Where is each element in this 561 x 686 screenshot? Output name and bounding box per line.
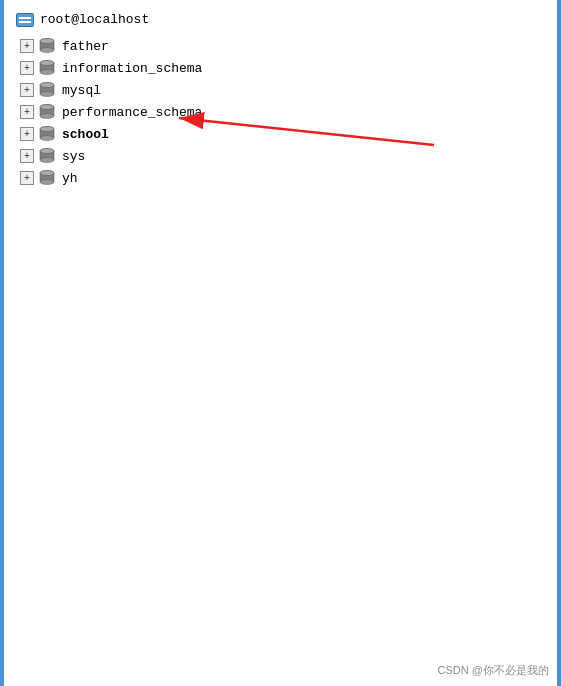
db-icon-information_schema (38, 60, 56, 76)
expand-mysql[interactable]: + (20, 83, 34, 97)
svg-point-15 (40, 83, 54, 88)
svg-point-3 (40, 39, 54, 44)
svg-point-38 (40, 180, 54, 185)
db-icon-yh (38, 170, 56, 186)
watermark: CSDN @你不必是我的 (438, 663, 549, 678)
tree-item-performance_schema[interactable]: + performance_schema (8, 101, 561, 123)
item-label-sys: sys (62, 149, 85, 164)
db-icon-performance_schema (38, 104, 56, 120)
expand-school[interactable]: + (20, 127, 34, 141)
svg-point-26 (40, 136, 54, 141)
tree-item-sys[interactable]: + sys (8, 145, 561, 167)
svg-point-32 (40, 158, 54, 163)
server-icon (16, 13, 34, 27)
tree-item-father[interactable]: + father (8, 35, 561, 57)
expand-sys[interactable]: + (20, 149, 34, 163)
svg-point-2 (40, 48, 54, 53)
tree-header: root@localhost (8, 8, 561, 31)
expand-yh[interactable]: + (20, 171, 34, 185)
db-icon-father (38, 38, 56, 54)
item-label-information_schema: information_schema (62, 61, 202, 76)
svg-point-14 (40, 92, 54, 97)
svg-point-20 (40, 114, 54, 119)
tree-item-mysql[interactable]: + mysql (8, 79, 561, 101)
tree-item-school[interactable]: + school (8, 123, 561, 145)
db-icon-mysql (38, 82, 56, 98)
svg-point-8 (40, 70, 54, 75)
tree-item-information_schema[interactable]: + information_schema (8, 57, 561, 79)
svg-point-33 (40, 149, 54, 154)
tree-list: + father+ information_schema+ (8, 35, 561, 189)
item-label-father: father (62, 39, 109, 54)
main-container: root@localhost + father+ information_sch… (0, 0, 561, 686)
svg-point-9 (40, 61, 54, 66)
server-label: root@localhost (40, 12, 149, 27)
expand-father[interactable]: + (20, 39, 34, 53)
expand-performance_schema[interactable]: + (20, 105, 34, 119)
db-icon-sys (38, 148, 56, 164)
item-label-school: school (62, 127, 109, 142)
item-label-yh: yh (62, 171, 78, 186)
item-label-performance_schema: performance_schema (62, 105, 202, 120)
expand-information_schema[interactable]: + (20, 61, 34, 75)
item-label-mysql: mysql (62, 83, 101, 98)
content-area: root@localhost + father+ information_sch… (4, 0, 561, 686)
right-border (557, 0, 561, 686)
db-icon-school (38, 126, 56, 142)
svg-point-21 (40, 105, 54, 110)
svg-point-39 (40, 171, 54, 176)
svg-point-27 (40, 127, 54, 132)
tree-item-yh[interactable]: + yh (8, 167, 561, 189)
